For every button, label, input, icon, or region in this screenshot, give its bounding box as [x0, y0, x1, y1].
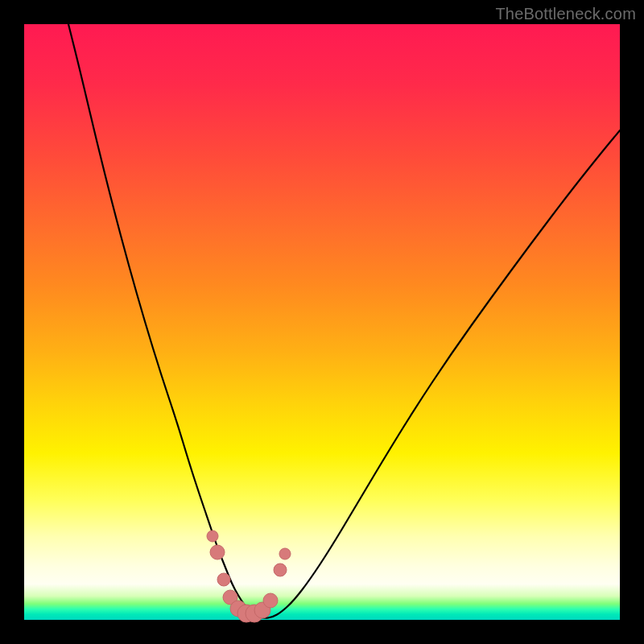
watermark-text: TheBottleneck.com — [495, 5, 636, 23]
bead — [263, 593, 278, 608]
chart-plot-area — [24, 24, 620, 620]
bead — [210, 545, 225, 559]
chart-svg — [24, 24, 620, 620]
bead — [279, 548, 291, 559]
chart-frame: TheBottleneck.com — [0, 0, 644, 644]
bead — [274, 564, 287, 576]
bead — [207, 530, 218, 542]
highlight-beads — [207, 530, 291, 622]
bead — [217, 573, 230, 586]
bottleneck-curve — [68, 24, 620, 618]
